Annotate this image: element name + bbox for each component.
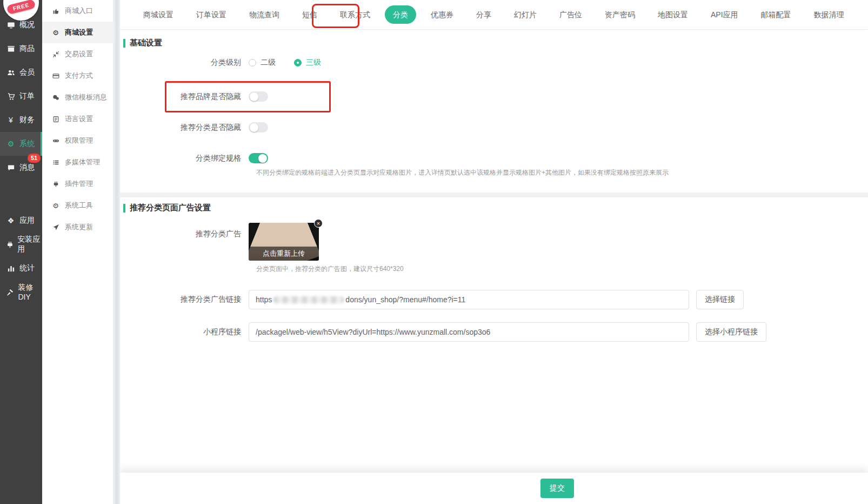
section-divider — [120, 193, 868, 197]
mini-link-input[interactable] — [249, 322, 689, 342]
submenu-item-system-update[interactable]: 系统更新 — [42, 216, 113, 238]
category-hide-toggle[interactable] — [249, 122, 268, 132]
submenu-item-payment[interactable]: 支付方式 — [42, 65, 113, 87]
sidebar-item-stats[interactable]: 统计 — [0, 256, 42, 280]
settings-tabbar: 商城设置订单设置物流查询短信联系方式分类优惠券分享幻灯片广告位资产密码地图设置A… — [120, 0, 868, 30]
submenu-item-plugin[interactable]: 插件管理 — [42, 173, 113, 195]
bind-spec-label: 分类绑定规格 — [120, 154, 249, 163]
tab-slides[interactable]: 幻灯片 — [506, 5, 545, 24]
bind-spec-toggle[interactable] — [249, 153, 268, 163]
message-count-badge: 51 — [28, 154, 41, 163]
remove-image-icon[interactable]: × — [314, 219, 323, 228]
choose-mini-link-button[interactable]: 选择小程序链接 — [696, 322, 766, 342]
orders-icon — [5, 92, 16, 101]
vertical-scrollbar[interactable] — [113, 0, 120, 504]
sidebar-item-diy[interactable]: 装修DIY — [0, 280, 42, 304]
mall-entry-icon — [51, 8, 61, 15]
category-level-row: 分类级别 二级 三级 — [120, 58, 868, 68]
tab-data-clean[interactable]: 数据清理 — [806, 5, 852, 24]
main-sidebar: FREE 概况商品会员订单¥财务⚙系统消息51❖应用安装应用统计装修DIY — [0, 0, 42, 504]
radio-option-level-3[interactable]: 三级 — [294, 58, 321, 68]
brand-hide-toggle[interactable] — [249, 91, 268, 102]
submenu-item-trade-settings[interactable]: 交易设置 — [42, 43, 113, 65]
ad-size-hint: 分类页面中，推荐分类的广告图，建议尺寸640*320 — [256, 264, 868, 274]
plugin-icon — [51, 181, 61, 188]
sidebar-item-orders[interactable]: 订单 — [0, 84, 42, 108]
finance-icon: ¥ — [5, 116, 16, 124]
submenu-item-mall-entry[interactable]: 商城入口 — [42, 0, 113, 22]
reupload-overlay[interactable]: 点击重新上传 — [249, 247, 319, 261]
mall-settings-icon: ⚙ — [51, 29, 61, 37]
category-level-label: 分类级别 — [120, 58, 249, 68]
system-tools-icon: ⚙ — [51, 202, 61, 210]
redacted-url-segment — [273, 296, 344, 303]
tab-sms[interactable]: 短信 — [294, 5, 325, 24]
sidebar-item-message[interactable]: 消息51 — [0, 156, 42, 180]
sidebar-item-system[interactable]: ⚙系统 — [0, 132, 42, 156]
ad-upload-label: 推荐分类广告 — [120, 229, 249, 239]
language-icon — [51, 116, 61, 123]
submenu-item-language[interactable]: 语言设置 — [42, 108, 113, 130]
sidebar-item-install-app[interactable]: 安装应用 — [0, 233, 42, 256]
radio-icon[interactable] — [249, 59, 256, 67]
category-hide-row: 推荐分类是否隐藏 — [120, 122, 868, 132]
tab-share[interactable]: 分享 — [468, 5, 499, 24]
category-hide-label: 推荐分类是否隐藏 — [120, 123, 249, 132]
payment-icon — [51, 72, 61, 79]
nav-label: 支付方式 — [65, 71, 93, 81]
tab-asset-password[interactable]: 资产密码 — [597, 5, 643, 24]
tab-order-settings[interactable]: 订单设置 — [188, 5, 235, 24]
radio-checked-icon[interactable] — [294, 59, 302, 67]
sidebar-item-members[interactable]: 会员 — [0, 61, 42, 84]
nav-label: 财务 — [19, 115, 35, 125]
nav-label: 商品 — [19, 44, 35, 54]
nav-label: 应用 — [19, 216, 35, 226]
submit-button[interactable]: 提交 — [540, 479, 574, 498]
brand-hide-label: 推荐品牌是否隐藏 — [120, 92, 249, 102]
nav-label: 商城入口 — [65, 6, 93, 16]
sidebar-item-apps[interactable]: ❖应用 — [0, 209, 42, 233]
tab-map-settings[interactable]: 地图设置 — [650, 5, 696, 24]
tab-mailbox[interactable]: 邮箱配置 — [753, 5, 799, 24]
nav-label: 概况 — [19, 20, 35, 30]
tab-ad-slot[interactable]: 广告位 — [551, 5, 590, 24]
tab-category[interactable]: 分类 — [385, 5, 416, 24]
main-nav: 概况商品会员订单¥财务⚙系统消息51❖应用安装应用统计装修DIY — [0, 13, 42, 304]
nav-label: 装修DIY — [18, 283, 42, 301]
submenu-item-system-tools[interactable]: ⚙系统工具 — [42, 195, 113, 216]
nav-label: 系统 — [19, 139, 35, 149]
submenu-item-mall-settings[interactable]: ⚙商城设置 — [42, 22, 113, 43]
trade-settings-icon — [51, 51, 61, 58]
tab-coupon[interactable]: 优惠券 — [423, 5, 462, 24]
sidebar-item-finance[interactable]: ¥财务 — [0, 108, 42, 132]
goods-icon — [5, 45, 16, 53]
choose-link-button[interactable]: 选择链接 — [696, 290, 744, 309]
tab-mall-settings[interactable]: 商城设置 — [135, 5, 182, 24]
form-footer: 提交 — [120, 473, 868, 504]
sidebar-item-overview[interactable]: 概况 — [0, 13, 42, 37]
tab-api[interactable]: API应用 — [703, 5, 746, 24]
ad-link-label: 推荐分类广告链接 — [120, 295, 249, 304]
message-icon — [5, 164, 16, 172]
brand-hide-row: 推荐品牌是否隐藏 — [120, 91, 868, 102]
admin-page: FREE 概况商品会员订单¥财务⚙系统消息51❖应用安装应用统计装修DIY 商城… — [0, 0, 868, 504]
submenu-item-media[interactable]: 多媒体管理 — [42, 151, 113, 173]
title-accent-bar — [123, 39, 125, 48]
ad-link-input[interactable]: https dons/yun_shop/?menu#/home?i=11 — [249, 290, 689, 309]
apps-icon: ❖ — [5, 216, 16, 225]
overview-icon — [5, 21, 16, 29]
system-icon: ⚙ — [5, 140, 16, 148]
tab-logistics[interactable]: 物流查询 — [241, 5, 288, 24]
stats-icon — [5, 264, 16, 273]
ad-image-upload[interactable]: 点击重新上传 — [249, 223, 319, 261]
system-update-icon — [51, 224, 61, 231]
permission-icon — [51, 137, 61, 144]
submenu-item-wechat-template[interactable]: 微信模板消息 — [42, 87, 113, 108]
radio-option-level-2[interactable]: 二级 — [249, 58, 276, 68]
nav-label: 商城设置 — [65, 28, 93, 37]
submenu-item-permission[interactable]: 权限管理 — [42, 130, 113, 151]
tab-contact[interactable]: 联系方式 — [332, 5, 378, 24]
sidebar-item-goods[interactable]: 商品 — [0, 37, 42, 61]
bind-spec-hint: 不同分类绑定的规格前端进入分类页显示对应规格图片，进入详情页默认选中该规格并显示… — [256, 168, 868, 177]
nav-label: 微信模板消息 — [65, 92, 107, 102]
